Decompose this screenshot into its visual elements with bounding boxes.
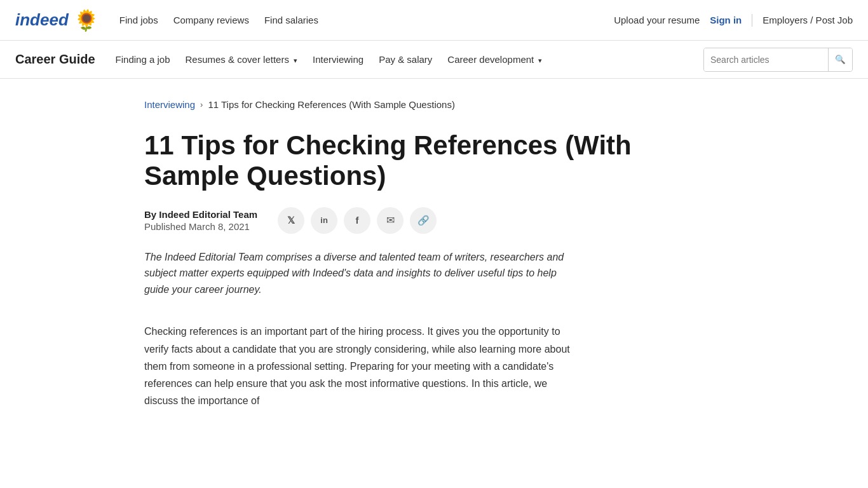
nav-divider	[752, 14, 752, 27]
main-content: Interviewing › 11 Tips for Checking Refe…	[0, 79, 868, 430]
career-development-link[interactable]: Career development ▾	[447, 54, 542, 65]
career-guide-navigation: Career Guide Finding a job Resumes & cov…	[0, 41, 868, 79]
article-title: 11 Tips for Checking References (With Sa…	[144, 130, 653, 192]
top-nav-links: Find jobs Company reviews Find salaries	[119, 15, 614, 25]
email-share-button[interactable]: ✉	[377, 207, 403, 234]
finding-a-job-link[interactable]: Finding a job	[116, 54, 170, 65]
company-reviews-link[interactable]: Company reviews	[173, 15, 249, 25]
sign-in-link[interactable]: Sign in	[710, 15, 742, 25]
employers-link[interactable]: Employers / Post Job	[763, 15, 853, 25]
resumes-dropdown-arrow: ▾	[294, 57, 297, 64]
find-jobs-link[interactable]: Find jobs	[119, 15, 158, 25]
breadcrumb-chevron: ›	[200, 100, 203, 109]
sunflower-icon: 🌻	[74, 8, 99, 32]
link-icon: 🔗	[417, 215, 430, 226]
linkedin-share-button[interactable]: in	[311, 207, 337, 234]
facebook-icon: f	[356, 215, 359, 226]
search-box[interactable]: 🔍	[703, 48, 853, 72]
search-button[interactable]: 🔍	[828, 48, 852, 71]
breadcrumb-parent-link[interactable]: Interviewing	[144, 99, 195, 110]
email-icon: ✉	[386, 214, 395, 226]
publish-date: Published March 8, 2021	[144, 221, 257, 232]
pay-salary-link[interactable]: Pay & salary	[379, 54, 432, 65]
author-name: By Indeed Editorial Team	[144, 209, 257, 220]
top-navigation: indeed 🌻 Find jobs Company reviews Find …	[0, 0, 868, 41]
top-nav-right: Upload your resume Sign in Employers / P…	[614, 14, 853, 27]
upload-resume-link[interactable]: Upload your resume	[614, 15, 700, 25]
logo-text: indeed	[15, 10, 69, 30]
linkedin-icon: in	[320, 215, 328, 225]
author-bio: The Indeed Editorial Team comprises a di…	[144, 249, 576, 298]
breadcrumb: Interviewing › 11 Tips for Checking Refe…	[144, 99, 724, 110]
copy-link-button[interactable]: 🔗	[410, 207, 437, 234]
search-icon: 🔍	[835, 55, 846, 64]
search-input[interactable]	[704, 48, 828, 71]
career-dropdown-arrow: ▾	[538, 57, 542, 64]
interviewing-link[interactable]: Interviewing	[313, 54, 363, 65]
twitter-share-button[interactable]: 𝕏	[278, 207, 304, 234]
find-salaries-link[interactable]: Find salaries	[264, 15, 318, 25]
author-info: By Indeed Editorial Team Published March…	[144, 209, 257, 232]
indeed-logo[interactable]: indeed	[15, 10, 69, 30]
author-section: By Indeed Editorial Team Published March…	[144, 207, 724, 234]
breadcrumb-current: 11 Tips for Checking References (With Sa…	[208, 99, 455, 110]
twitter-icon: 𝕏	[287, 215, 295, 226]
logo-area: indeed 🌻	[15, 8, 99, 32]
social-buttons: 𝕏 in f ✉ 🔗	[278, 207, 437, 234]
career-guide-title: Career Guide	[15, 52, 95, 67]
article-intro: Checking references is an important part…	[144, 323, 576, 409]
resumes-cover-letters-link[interactable]: Resumes & cover letters ▾	[186, 54, 298, 65]
facebook-share-button[interactable]: f	[344, 207, 370, 234]
article-body: Checking references is an important part…	[144, 323, 576, 409]
career-nav-links: Finding a job Resumes & cover letters ▾ …	[116, 54, 703, 65]
